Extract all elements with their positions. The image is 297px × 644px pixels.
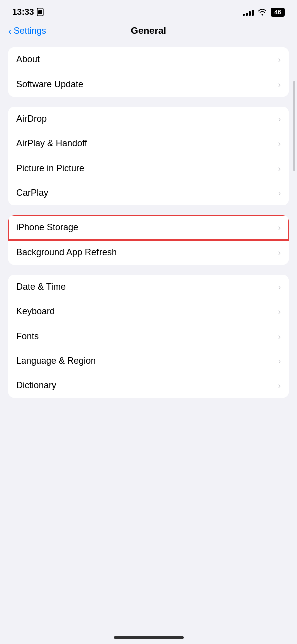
chevron-right-icon: › (278, 139, 281, 148)
svg-rect-1 (38, 10, 42, 14)
chevron-right-icon: › (278, 381, 281, 390)
settings-label-language-region: Language & Region (16, 356, 96, 366)
settings-row-picture-in-picture[interactable]: Picture in Picture› (8, 156, 289, 181)
settings-row-airdrop[interactable]: AirDrop› (8, 107, 289, 131)
settings-label-software-update: Software Update (16, 79, 83, 90)
settings-row-language-region[interactable]: Language & Region› (8, 349, 289, 373)
chevron-right-icon: › (278, 189, 281, 198)
settings-row-software-update[interactable]: Software Update› (8, 72, 289, 97)
settings-label-dictionary: Dictionary (16, 380, 56, 391)
chevron-right-icon: › (278, 248, 281, 257)
settings-label-about: About (16, 54, 40, 65)
chevron-right-icon: › (278, 55, 281, 64)
battery-label: 46 (274, 9, 281, 16)
chevron-right-icon: › (278, 80, 281, 89)
settings-label-airplay-handoff: AirPlay & Handoff (16, 138, 87, 149)
back-chevron-icon: ‹ (8, 26, 12, 36)
settings-row-carplay[interactable]: CarPlay› (8, 181, 289, 205)
settings-label-background-app-refresh: Background App Refresh (16, 247, 117, 258)
page-title: General (131, 25, 166, 36)
settings-label-keyboard: Keyboard (16, 306, 55, 317)
settings-group-group4: Date & Time›Keyboard›Fonts›Language & Re… (8, 275, 289, 398)
settings-row-airplay-handoff[interactable]: AirPlay & Handoff› (8, 131, 289, 156)
chevron-right-icon: › (278, 307, 281, 316)
settings-row-keyboard[interactable]: Keyboard› (8, 299, 289, 324)
settings-row-fonts[interactable]: Fonts› (8, 324, 289, 349)
time-display: 13:33 (12, 7, 34, 17)
settings-label-picture-in-picture: Picture in Picture (16, 163, 84, 174)
sim-icon (37, 8, 44, 16)
chevron-right-icon: › (278, 332, 281, 341)
settings-label-iphone-storage: iPhone Storage (16, 222, 78, 233)
wifi-icon (258, 9, 267, 16)
battery-indicator: 46 (271, 8, 285, 17)
status-time: 13:33 (12, 7, 44, 17)
settings-row-iphone-storage[interactable]: iPhone Storage› (8, 215, 289, 240)
chevron-right-icon: › (278, 223, 281, 232)
chevron-right-icon: › (278, 283, 281, 292)
scroll-indicator (293, 80, 295, 171)
nav-header: ‹ Settings General (0, 21, 297, 43)
back-label: Settings (14, 26, 46, 36)
settings-label-fonts: Fonts (16, 331, 39, 342)
chevron-right-icon: › (278, 115, 281, 124)
settings-label-date-time: Date & Time (16, 282, 66, 292)
signal-bars-icon (243, 9, 254, 16)
settings-row-dictionary[interactable]: Dictionary› (8, 373, 289, 398)
status-bar: 13:33 46 (0, 0, 297, 21)
settings-label-airdrop: AirDrop (16, 114, 47, 124)
settings-label-carplay: CarPlay (16, 188, 48, 198)
status-icons: 46 (243, 8, 285, 17)
settings-row-about[interactable]: About› (8, 47, 289, 72)
settings-group-group2: AirDrop›AirPlay & Handoff›Picture in Pic… (8, 107, 289, 205)
back-button[interactable]: ‹ Settings (8, 26, 46, 36)
settings-content: About›Software Update›AirDrop›AirPlay & … (0, 43, 297, 412)
settings-row-background-app-refresh[interactable]: Background App Refresh› (8, 240, 289, 265)
home-indicator (114, 636, 184, 639)
settings-row-date-time[interactable]: Date & Time› (8, 275, 289, 299)
settings-group-group1: About›Software Update› (8, 47, 289, 97)
chevron-right-icon: › (278, 164, 281, 173)
settings-group-group3: iPhone Storage›Background App Refresh› (8, 215, 289, 265)
chevron-right-icon: › (278, 357, 281, 366)
